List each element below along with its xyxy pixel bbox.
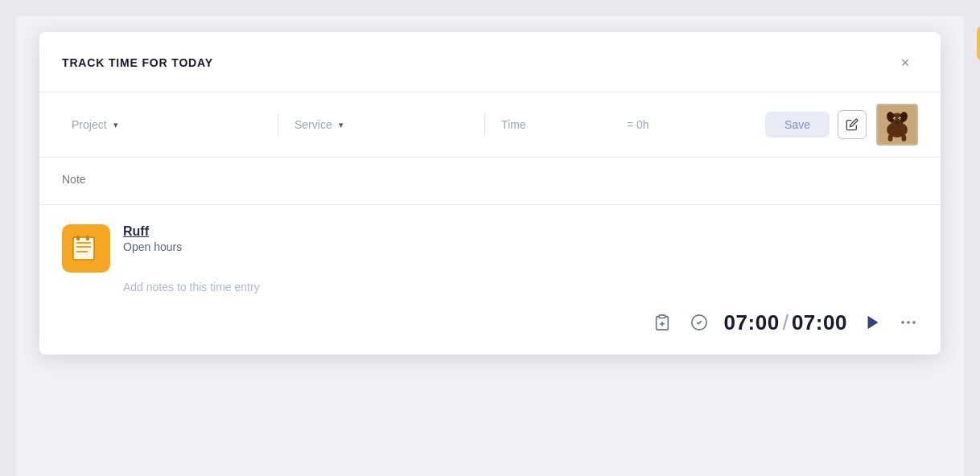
service-chevron-icon: ▾	[339, 120, 344, 130]
play-button[interactable]	[860, 310, 886, 335]
clipboard-add-icon[interactable]	[650, 310, 674, 334]
svg-rect-12	[73, 237, 94, 260]
time-start: 07:00	[724, 310, 780, 335]
divider-2	[484, 113, 485, 136]
svg-rect-11	[902, 135, 907, 142]
svg-point-7	[894, 118, 896, 120]
entry-subtitle: Open hours	[123, 240, 918, 253]
svg-point-25	[912, 321, 916, 324]
entry-name[interactable]: Ruff	[123, 224, 918, 239]
pet-thumbnail	[876, 104, 918, 146]
track-time-modal: TRACK TIME FOR TODAY × Project ▾ Service…	[39, 32, 941, 355]
time-end: 07:00	[792, 310, 847, 335]
divider-1	[278, 113, 278, 136]
modal-title: TRACK TIME FOR TODAY	[62, 56, 213, 69]
edit-icon-button[interactable]	[838, 110, 867, 139]
service-select[interactable]: Service ▾	[285, 112, 478, 137]
entry-top: Ruff Open hours	[62, 224, 918, 273]
svg-rect-17	[76, 242, 91, 244]
entry-controls: 07:00 / 07:00	[62, 310, 918, 335]
entry-icon	[62, 224, 110, 273]
time-total: = 0h	[627, 118, 649, 131]
project-label: Project	[72, 118, 107, 131]
svg-point-24	[907, 321, 910, 324]
entry-info: Ruff Open hours	[123, 224, 918, 253]
time-display: 07:00 / 07:00	[724, 310, 847, 335]
entry-note-placeholder: Add notes to this time entry	[123, 281, 918, 293]
modal-header: TRACK TIME FOR TODAY ×	[39, 32, 941, 92]
time-entry-card: Ruff Open hours Add notes to this time e…	[39, 205, 941, 355]
user-avatar[interactable]: KV	[977, 26, 980, 61]
note-row	[39, 158, 941, 205]
time-field[interactable]: Time	[492, 112, 620, 137]
svg-rect-18	[659, 315, 665, 318]
more-options-button[interactable]	[899, 313, 918, 332]
close-button[interactable]: ×	[892, 50, 918, 76]
note-input[interactable]	[62, 173, 918, 186]
check-circle-icon[interactable]	[687, 310, 711, 334]
toolbar-row: Project ▾ Service ▾ Time = 0h Save	[39, 92, 941, 158]
time-label: Time	[501, 118, 526, 131]
svg-rect-10	[888, 135, 893, 142]
svg-rect-13	[76, 236, 80, 240]
svg-point-9	[896, 121, 900, 124]
svg-rect-14	[86, 236, 89, 240]
project-select[interactable]: Project ▾	[62, 112, 271, 137]
svg-point-8	[900, 118, 901, 120]
save-button[interactable]: Save	[765, 112, 830, 137]
service-label: Service	[294, 118, 332, 131]
project-chevron-icon: ▾	[113, 120, 118, 130]
svg-point-23	[901, 321, 904, 324]
svg-marker-22	[868, 316, 879, 330]
time-separator: /	[783, 310, 789, 335]
